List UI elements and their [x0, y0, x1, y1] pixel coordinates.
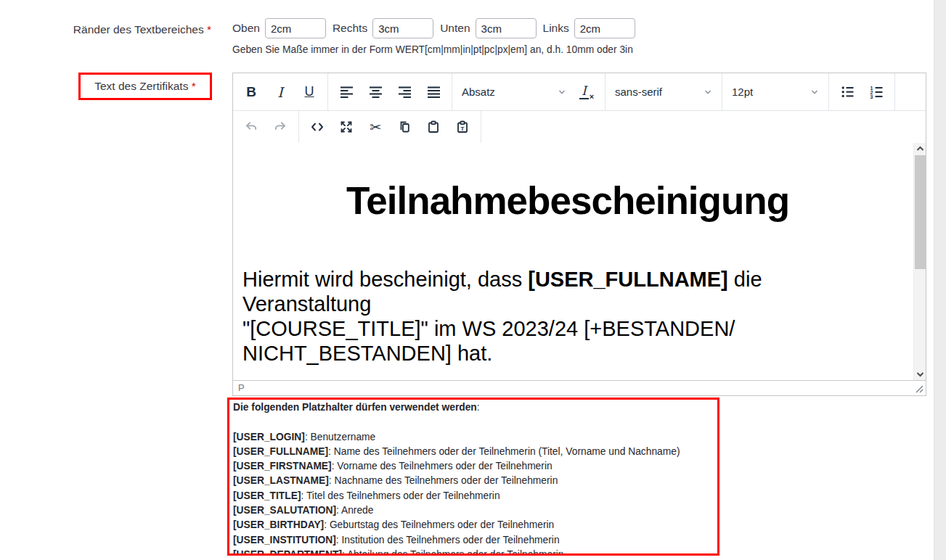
placeholder-info-box: Die folgenden Platzhalter dürfen verwend… [227, 398, 719, 556]
editor-document[interactable]: Teilnahmebescheinigung Hiermit wird besc… [233, 143, 913, 366]
chevron-down-icon [916, 370, 924, 378]
scrollbar-down-arrow[interactable] [914, 368, 926, 380]
toolbar-group-block-format: Absatz I× [452, 73, 605, 110]
certificate-settings-form: Ränder des Textbereiches * ObenRechtsUnt… [0, 0, 946, 560]
placeholder-item: [USER_BIRTHDAY]: Geburtstag des Teilnehm… [233, 518, 714, 532]
placeholder-item: [USER_INSTITUTION]: Institution des Teil… [233, 533, 714, 548]
certificate-label-text: Text des Zertifikats * [94, 80, 196, 93]
margin-input-unten[interactable] [476, 18, 537, 38]
paste-as-text-button[interactable]: T [449, 114, 476, 140]
chevron-down-icon [810, 88, 819, 96]
scrollbar-up-arrow[interactable] [914, 143, 926, 155]
font-family-value: sans-serif [615, 86, 662, 98]
editor-statusbar: P [233, 380, 926, 395]
margins-label-text: Ränder des Textbereiches [73, 23, 204, 36]
margin-input-rechts[interactable] [372, 18, 433, 38]
clipboard-text-icon: T [455, 120, 470, 134]
copy-icon [397, 120, 412, 134]
clear-formatting-button[interactable]: I× [573, 79, 600, 105]
required-asterisk: * [192, 80, 196, 92]
code-icon [310, 120, 325, 134]
chevron-down-icon [558, 88, 566, 96]
margin-fields-row: ObenRechtsUntenLinks [232, 17, 642, 39]
rich-text-editor: B I U Absatz [232, 73, 926, 396]
required-asterisk: * [207, 23, 211, 36]
align-center-button[interactable] [362, 79, 389, 105]
margins-help-text: Geben Sie Maße immer in der Form WERT[cm… [232, 44, 633, 55]
paste-button[interactable] [420, 114, 447, 140]
numbered-list-button[interactable]: 123 [863, 79, 890, 105]
margin-field-label-unten: Unten [440, 22, 470, 35]
align-justify-button[interactable] [420, 79, 447, 105]
undo-button[interactable] [237, 114, 265, 140]
resize-grip-icon [915, 384, 923, 393]
editor-toolbar-row-2: ✂ T [233, 111, 926, 143]
margin-field-label-rechts: Rechts [333, 22, 367, 35]
svg-text:3: 3 [870, 94, 873, 99]
font-size-select[interactable]: 12pt [727, 79, 824, 105]
toolbar-group-text-style: B I U [233, 73, 328, 110]
element-path[interactable]: P [238, 382, 245, 393]
placeholder-item: [USER_SALUTATION]: Anrede [233, 503, 714, 518]
placeholder-item: [USER_LASTNAME]: Nachname des Teilnehmer… [233, 474, 714, 488]
cut-button[interactable]: ✂ [362, 114, 389, 140]
chevron-down-icon [704, 88, 712, 96]
bullet-list-button[interactable] [833, 79, 861, 105]
certificate-label-highlight: Text des Zertifikats * [78, 73, 212, 100]
margin-input-oben[interactable] [265, 18, 326, 38]
margin-field-label-oben: Oben [232, 22, 260, 35]
font-family-select[interactable]: sans-serif [610, 79, 717, 105]
italic-button[interactable]: I [266, 79, 294, 105]
margins-field-label: Ränder des Textbereiches * [0, 23, 211, 36]
copy-button[interactable] [391, 114, 418, 140]
resize-handle-icon[interactable] [915, 384, 923, 393]
svg-text:T: T [461, 125, 465, 132]
toolbar-group-font-family: sans-serif [605, 73, 722, 110]
clipboard-icon [426, 120, 441, 134]
placeholder-item: [USER_DEPARTMENT]: Abteilung des Teilneh… [233, 548, 714, 556]
redo-icon [273, 120, 288, 134]
toolbar-group-alignment [328, 73, 452, 110]
editor-content-area[interactable]: Teilnahmebescheinigung Hiermit wird besc… [233, 143, 926, 380]
undo-icon [244, 120, 258, 134]
align-right-button[interactable] [391, 79, 418, 105]
margin-field-label-links: Links [543, 22, 569, 35]
editor-toolbar-row-1: B I U Absatz [233, 73, 926, 111]
align-left-button[interactable] [333, 79, 360, 105]
page-scrollbar-track[interactable] [934, 0, 946, 560]
clear-formatting-icon: I [579, 84, 589, 99]
toolbar-group-history [233, 111, 299, 143]
paragraph-format-select[interactable]: Absatz [457, 79, 571, 105]
font-size-value: 12pt [732, 86, 753, 98]
placeholder-intro: Die folgenden Platzhalter dürfen verwend… [233, 400, 714, 415]
placeholder-item: [USER_TITLE]: Titel des Teilnehmers oder… [233, 489, 714, 503]
scrollbar-thumb[interactable] [915, 155, 926, 269]
toolbar-group-clipboard: ✂ T [299, 111, 481, 143]
placeholder-item: [USER_FIRSTNAME]: Vorname des Teilnehmer… [233, 459, 714, 474]
bold-button[interactable]: B [237, 79, 265, 105]
fullscreen-button[interactable] [333, 114, 360, 140]
editor-scrollbar[interactable] [913, 143, 926, 380]
align-justify-icon [427, 85, 441, 99]
toolbar-group-font-size: 12pt [722, 73, 829, 110]
placeholder-item: [USER_FULLNAME]: Name des Teilnehmers od… [233, 445, 714, 459]
chevron-up-icon [916, 145, 924, 153]
align-right-icon [398, 85, 412, 99]
certificate-heading: Teilnahmebescheinigung [242, 179, 893, 223]
bullet-list-icon [841, 85, 855, 99]
source-code-button[interactable] [303, 114, 331, 140]
underline-button[interactable]: U [295, 79, 323, 105]
align-left-icon [340, 85, 354, 99]
placeholder-list: [USER_LOGIN]: Benutzername[USER_FULLNAME… [233, 430, 714, 556]
margin-input-links[interactable] [574, 18, 635, 38]
numbered-list-icon: 123 [870, 85, 884, 99]
fullscreen-icon [339, 120, 354, 134]
redo-button[interactable] [266, 114, 294, 140]
certificate-paragraph: Hiermit wird bescheinigt, dass [USER_FUL… [242, 267, 893, 366]
align-center-icon [369, 85, 383, 99]
paragraph-format-value: Absatz [462, 86, 495, 98]
placeholder-item: [USER_LOGIN]: Benutzername [233, 430, 714, 445]
toolbar-spacer [481, 111, 926, 143]
spacer [233, 415, 714, 429]
toolbar-group-lists: 123 [829, 73, 895, 110]
